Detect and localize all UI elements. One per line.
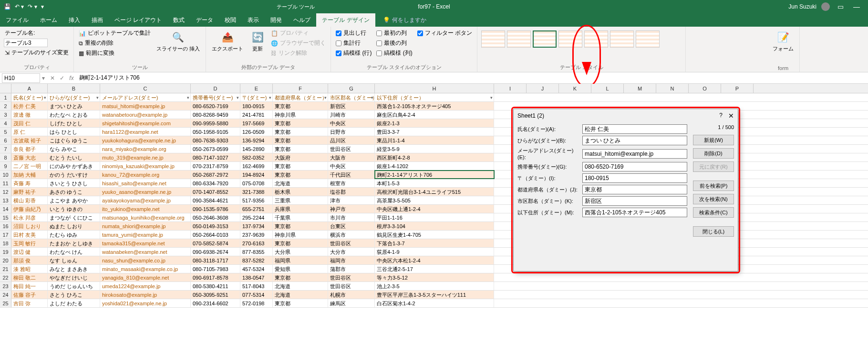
cell[interactable]: 川崎市	[328, 111, 375, 119]
cell[interactable]: 栃木県	[273, 188, 328, 196]
cell[interactable]: 蒲郡市	[328, 265, 375, 273]
cell[interactable]: 麻野 祐子	[11, 188, 48, 196]
cell[interactable]: 582-0352	[240, 153, 273, 161]
cell[interactable]: 東京都	[273, 239, 328, 247]
cell[interactable]: 080-6334-7920	[191, 179, 240, 187]
row-header[interactable]: 4	[0, 119, 11, 127]
cell[interactable]: 大阪府	[273, 153, 328, 161]
cell[interactable]: 湊 雅昭	[11, 265, 48, 273]
cell[interactable]: 柳田 敬二	[11, 273, 48, 282]
style-swatch[interactable]	[610, 30, 634, 48]
cell[interactable]: tamaoka315@example.net	[100, 239, 191, 247]
cell[interactable]: しげた ひとし	[48, 119, 100, 127]
cell[interactable]: 126-0509	[240, 128, 273, 136]
cell[interactable]: 090-2314-6602	[191, 299, 240, 307]
cell[interactable]: watanabeken@example.net	[100, 248, 191, 256]
cell[interactable]: 神奈川県	[273, 111, 328, 119]
cell[interactable]: 渡辺 健	[11, 248, 48, 256]
cell[interactable]: 中央区磯上通1-2-4	[375, 205, 494, 213]
form-restore-button[interactable]: 元に戻す(R)	[693, 161, 734, 172]
filter-button-checkbox[interactable]: フィルター ボタン	[416, 29, 473, 38]
ext-properties-button[interactable]: 📋プロパティ	[270, 29, 327, 38]
cell[interactable]: 大分市	[328, 248, 375, 256]
cell[interactable]: 松永 邦彦	[11, 213, 48, 221]
cell[interactable]: 二ノ宮 一明	[11, 162, 48, 170]
cell[interactable]: さとう ひろこ	[48, 291, 100, 299]
cell[interactable]: 東京都	[273, 102, 328, 110]
style-swatch[interactable]	[481, 30, 505, 48]
cell[interactable]: 台東区	[328, 222, 375, 230]
cell[interactable]: 中央区六本松1-2-4	[375, 256, 494, 264]
cell[interactable]: 中央区	[328, 162, 375, 170]
tell-me-search[interactable]: 💡 何をしますか	[375, 16, 426, 24]
tab-formulas[interactable]: 数式	[167, 13, 190, 27]
tab-table-design[interactable]: テーブル デザイン	[316, 13, 375, 27]
cell[interactable]: hisashi_saito@example.net	[100, 179, 191, 187]
row-header[interactable]: 20	[0, 256, 11, 264]
tab-insert[interactable]: 挿入	[63, 13, 86, 27]
cell[interactable]: 東品川1-1-4	[375, 136, 494, 144]
banded-rows-checkbox[interactable]: 縞模様 (行)	[335, 49, 372, 58]
cell[interactable]: 457-5324	[240, 265, 273, 273]
cell[interactable]: 080-3118-1717	[191, 256, 240, 264]
form-find-next-button[interactable]: 次を検索(N)	[693, 194, 734, 204]
cell[interactable]: 090-9959-5880	[191, 119, 240, 127]
last-col-checkbox[interactable]: 最後の列	[375, 39, 413, 48]
cell[interactable]: 241-4781	[240, 111, 273, 119]
cell[interactable]: 090-3584-4621	[191, 196, 240, 204]
tab-data[interactable]: データ	[190, 13, 219, 27]
cell[interactable]: 松井 仁美	[11, 102, 48, 110]
form-field-input[interactable]	[582, 185, 687, 194]
cell[interactable]: なす しゅん	[48, 256, 100, 264]
row-header[interactable]: 9	[0, 162, 11, 170]
cell[interactable]: 世田谷区	[328, 273, 375, 282]
form-find-prev-button[interactable]: 前を検索(P)	[693, 181, 734, 191]
cell[interactable]: 銀座2-1-3	[375, 119, 494, 127]
cell[interactable]: 三重県	[273, 196, 328, 204]
dialog-close-icon[interactable]: ✕	[728, 112, 734, 120]
row-header[interactable]: 10	[0, 171, 11, 179]
cell[interactable]: 080-7147-1027	[191, 153, 240, 161]
form-button[interactable]: 📝 フォーム	[771, 29, 796, 53]
tab-draw[interactable]: 描画	[86, 13, 109, 27]
cell[interactable]: matsui_hitomi@example.jp	[100, 102, 191, 110]
cell[interactable]: yanagida_810@example.net	[100, 273, 191, 282]
cell[interactable]: 050-1958-9105	[191, 128, 240, 136]
cell[interactable]: 075-0708	[240, 179, 273, 187]
cell[interactable]: 077-5314	[240, 291, 273, 299]
form-close-button[interactable]: 閉じる(L)	[693, 226, 734, 237]
cell[interactable]: nara_miyako@example.org	[100, 145, 191, 153]
form-field-input[interactable]	[582, 208, 687, 217]
cell[interactable]: やなぎだ けいじ	[48, 273, 100, 282]
cell[interactable]: 517-9356	[240, 196, 273, 204]
cell[interactable]: さいとう ひさし	[48, 179, 100, 187]
cell[interactable]: 塩谷郡	[328, 188, 375, 196]
table-column-header[interactable]: 市区郡名（ダミー）	[328, 93, 375, 101]
cell[interactable]: 321-7388	[240, 188, 273, 196]
cell[interactable]: shigetahitoshi@example.com	[100, 119, 191, 127]
cell[interactable]: 麻生区白鳥4-2-4	[375, 111, 494, 119]
cell[interactable]: 東京都	[273, 273, 328, 282]
cell[interactable]: 兵庫県	[273, 205, 328, 213]
row-header[interactable]: 17	[0, 231, 11, 239]
cell[interactable]: 080-8268-9459	[191, 111, 240, 119]
row-header[interactable]: 24	[0, 291, 11, 299]
cell[interactable]: ayakayokoyama@example.jp	[100, 196, 191, 204]
col-header[interactable]: B	[48, 84, 100, 93]
user-avatar-icon[interactable]	[821, 2, 830, 11]
cell[interactable]: 東京都	[273, 162, 328, 170]
header-row-checkbox[interactable]: 見出し行	[335, 29, 372, 38]
cell[interactable]: 145-2890	[240, 145, 273, 153]
row-header[interactable]: 6	[0, 136, 11, 144]
select-all-corner[interactable]	[0, 84, 11, 93]
cell[interactable]: hirokosato@example.jp	[100, 291, 191, 299]
cell[interactable]: まつい ひとみ	[48, 102, 100, 110]
cell[interactable]: 麹町2-1-14アリスト706	[375, 171, 494, 179]
tab-layout[interactable]: ページ レイアウト	[109, 13, 167, 27]
cell[interactable]: 136-9294	[240, 136, 273, 144]
minimize-icon[interactable]: —	[851, 3, 862, 10]
cell[interactable]: よこやま あやか	[48, 196, 100, 204]
col-header[interactable]: E	[240, 84, 273, 93]
cell[interactable]: yuuko_asano@example.ne.jp	[100, 188, 191, 196]
style-swatch[interactable]	[636, 30, 660, 48]
